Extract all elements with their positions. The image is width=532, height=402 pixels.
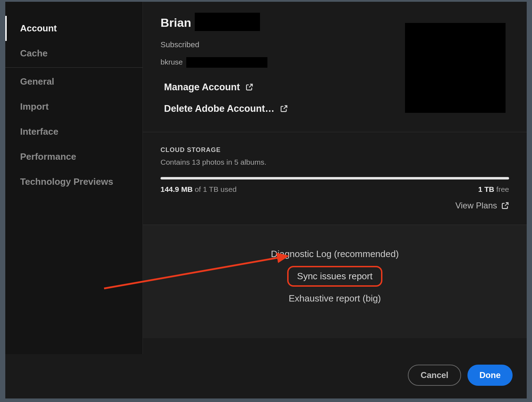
exhaustive-report-option[interactable]: Exhaustive report (big) bbox=[143, 289, 527, 308]
diagnostic-log-option[interactable]: Diagnostic Log (recommended) bbox=[143, 244, 527, 264]
cancel-button[interactable]: Cancel bbox=[408, 365, 461, 386]
diagnostics-section: Diagnostic Log (recommended) Sync issues… bbox=[143, 225, 527, 338]
sidebar-item-import[interactable]: Import bbox=[5, 94, 143, 119]
storage-free-amount: 1 TB bbox=[478, 185, 494, 193]
account-section: Brian Subscribed bkruse Manage Account bbox=[143, 2, 527, 132]
main-panel: Brian Subscribed bkruse Manage Account bbox=[143, 2, 527, 354]
sidebar-item-interface[interactable]: Interface bbox=[5, 119, 143, 144]
manage-account-label: Manage Account bbox=[164, 82, 240, 93]
account-name: Brian bbox=[161, 16, 191, 30]
account-email-prefix: bkruse bbox=[161, 57, 183, 66]
redacted-email bbox=[186, 57, 267, 68]
storage-bar bbox=[161, 177, 509, 179]
sidebar-item-general[interactable]: General bbox=[5, 69, 143, 94]
sync-issues-report-option[interactable]: Sync issues report bbox=[287, 266, 382, 287]
cloud-storage-heading: CLOUD STORAGE bbox=[161, 146, 509, 154]
sidebar-item-performance[interactable]: Performance bbox=[5, 144, 143, 169]
cloud-storage-section: CLOUD STORAGE Contains 13 photos in 5 al… bbox=[143, 132, 527, 225]
storage-used: 144.9 MB of 1 TB used bbox=[161, 185, 237, 194]
storage-free: 1 TB free bbox=[478, 185, 509, 194]
delete-account-label: Delete Adobe Account… bbox=[164, 103, 274, 114]
preferences-dialog: Account Cache General Import Interface P… bbox=[5, 2, 527, 398]
external-link-icon bbox=[501, 202, 509, 209]
sidebar: Account Cache General Import Interface P… bbox=[5, 2, 143, 354]
sidebar-item-cache[interactable]: Cache bbox=[5, 41, 143, 66]
external-link-icon bbox=[246, 83, 253, 91]
dialog-footer: Cancel Done bbox=[5, 354, 527, 398]
storage-free-suffix: free bbox=[496, 185, 509, 193]
svg-line-1 bbox=[284, 106, 287, 109]
avatar bbox=[405, 23, 506, 113]
done-button[interactable]: Done bbox=[467, 365, 513, 386]
sidebar-separator bbox=[5, 67, 143, 68]
storage-used-amount: 144.9 MB bbox=[161, 185, 193, 193]
storage-used-suffix: of 1 TB used bbox=[195, 185, 237, 193]
sidebar-item-technology-previews[interactable]: Technology Previews bbox=[5, 169, 143, 194]
sidebar-item-account[interactable]: Account bbox=[5, 16, 143, 41]
redacted-name bbox=[195, 13, 260, 31]
svg-line-0 bbox=[249, 84, 252, 87]
view-plans-label: View Plans bbox=[455, 201, 497, 211]
view-plans-link[interactable]: View Plans bbox=[161, 201, 509, 211]
dialog-body: Account Cache General Import Interface P… bbox=[5, 2, 527, 354]
storage-usage-row: 144.9 MB of 1 TB used 1 TB free bbox=[161, 185, 509, 194]
svg-line-2 bbox=[505, 203, 508, 206]
external-link-icon bbox=[280, 105, 288, 112]
cloud-storage-summary: Contains 13 photos in 5 albums. bbox=[161, 158, 509, 166]
